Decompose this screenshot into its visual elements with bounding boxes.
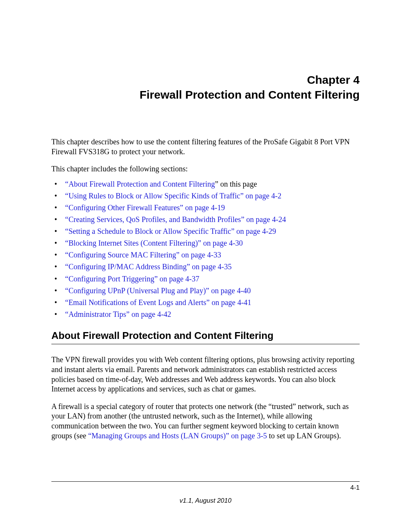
toc-suffix: ” on this page: [215, 180, 257, 188]
intro-paragraph-2: This chapter includes the following sect…: [51, 164, 360, 174]
page-number: 4-1: [51, 484, 360, 492]
chapter-name: Firewall Protection and Content Filterin…: [51, 87, 360, 102]
section-heading: About Firewall Protection and Content Fi…: [51, 330, 360, 344]
page-content: Chapter 4 Firewall Protection and Conten…: [0, 0, 411, 441]
toc-link[interactable]: “Configuring IP/MAC Address Binding” on …: [65, 262, 232, 271]
toc-item: “Configuring UPnP (Universal Plug and Pl…: [51, 286, 360, 296]
toc-link[interactable]: “Setting a Schedule to Block or Allow Sp…: [65, 227, 276, 235]
toc-link[interactable]: “Creating Services, QoS Profiles, and Ba…: [65, 215, 286, 224]
toc-link[interactable]: “About Firewall Protection and Content F…: [65, 180, 215, 188]
page-footer: 4-1 v1.1, August 2010: [51, 481, 360, 505]
body-paragraph-1: The VPN firewall provides you with Web c…: [51, 355, 360, 394]
para2-post: to set up LAN Groups).: [267, 431, 341, 440]
inline-link[interactable]: “Managing Groups and Hosts (LAN Groups)”…: [88, 431, 267, 440]
toc-item: “Configuring Source MAC Filtering” on pa…: [51, 250, 360, 260]
chapter-number: Chapter 4: [51, 72, 360, 87]
toc-item: “Configuring IP/MAC Address Binding” on …: [51, 262, 360, 272]
toc-item: “Blocking Internet Sites (Content Filter…: [51, 238, 360, 248]
intro-paragraph-1: This chapter describes how to use the co…: [51, 137, 360, 157]
toc-item: “Configuring Port Triggering” on page 4-…: [51, 274, 360, 284]
toc-link[interactable]: “Configuring Other Firewall Features” on…: [65, 203, 225, 212]
toc-link[interactable]: “Configuring Source MAC Filtering” on pa…: [65, 251, 221, 259]
toc-list: “About Firewall Protection and Content F…: [51, 179, 360, 320]
version-label: v1.1, August 2010: [51, 497, 360, 505]
body-paragraph-2: A firewall is a special category of rout…: [51, 402, 360, 441]
toc-item: “Configuring Other Firewall Features” on…: [51, 203, 360, 213]
toc-link[interactable]: “Using Rules to Block or Allow Specific …: [65, 192, 281, 200]
toc-item: “Administrator Tips” on page 4-42: [51, 310, 360, 320]
chapter-title: Chapter 4 Firewall Protection and Conten…: [51, 72, 360, 102]
toc-item: “Creating Services, QoS Profiles, and Ba…: [51, 215, 360, 225]
toc-link[interactable]: “Email Notifications of Event Logs and A…: [65, 298, 251, 307]
toc-link[interactable]: “Configuring Port Triggering” on page 4-…: [65, 275, 199, 283]
toc-item: “Setting a Schedule to Block or Allow Sp…: [51, 227, 360, 236]
toc-item: “Using Rules to Block or Allow Specific …: [51, 191, 360, 201]
toc-link[interactable]: “Configuring UPnP (Universal Plug and Pl…: [65, 286, 251, 295]
toc-item: “About Firewall Protection and Content F…: [51, 179, 360, 189]
toc-link[interactable]: “Administrator Tips” on page 4-42: [65, 310, 171, 318]
toc-link[interactable]: “Blocking Internet Sites (Content Filter…: [65, 239, 243, 247]
toc-item: “Email Notifications of Event Logs and A…: [51, 298, 360, 308]
